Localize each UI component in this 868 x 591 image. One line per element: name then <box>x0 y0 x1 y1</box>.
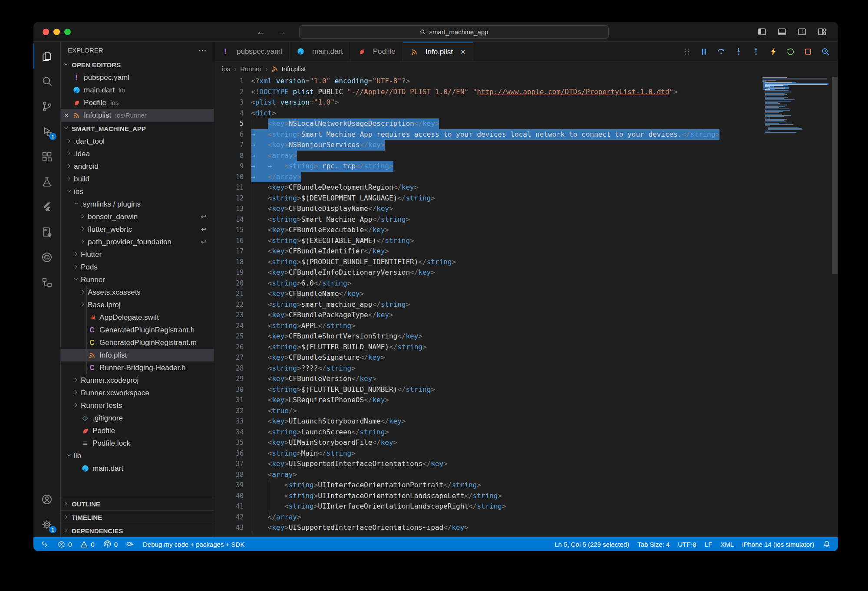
tree-item-runner-bridging-header-h[interactable]: CRunner-Bridging-Header.h <box>61 361 214 374</box>
tree-item-bonsoir-darwin[interactable]: bonsoir_darwin↩ <box>61 210 214 223</box>
tree-item-base-lproj[interactable]: Base.lproj <box>61 299 214 311</box>
tree-item-runnertests[interactable]: RunnerTests <box>61 399 214 412</box>
activity-references[interactable] <box>33 270 60 295</box>
project-section-header[interactable]: SMART_MACHINE_APP <box>61 121 214 135</box>
restart-icon[interactable] <box>786 47 795 56</box>
tree-item-lib[interactable]: lib <box>61 450 214 462</box>
line-number[interactable]: 33 <box>214 416 244 427</box>
line-number[interactable]: 23 <box>214 310 244 321</box>
open-editor-item-pubspec-yaml[interactable]: !pubspec.yaml <box>61 71 214 84</box>
line-number[interactable]: 8 <box>214 151 244 161</box>
line-number[interactable]: 1 <box>214 76 244 87</box>
editor[interactable]: 1<?xml version="1.0" encoding="UTF-8"?>2… <box>214 76 838 537</box>
line-number[interactable]: 30 <box>214 384 244 395</box>
status-eol[interactable]: LF <box>705 541 713 548</box>
line-number[interactable]: 11 <box>214 182 244 193</box>
tree-item-podfile-lock[interactable]: ≡Podfile.lock <box>61 437 214 450</box>
line-number[interactable]: 29 <box>214 374 244 384</box>
section-header-timeline[interactable]: TIMELINE <box>61 510 214 524</box>
line-number[interactable]: 42 <box>214 512 244 523</box>
line-number[interactable]: 43 <box>214 522 244 533</box>
section-header-dependencies[interactable]: DEPENDENCIES <box>61 524 214 537</box>
activity-settings[interactable]: 1 <box>33 512 60 537</box>
section-header-outline[interactable]: OUTLINE <box>61 497 214 510</box>
activity-extensions[interactable] <box>33 144 60 169</box>
line-number[interactable]: 38 <box>214 470 244 480</box>
activity-run-debug[interactable]: 1 <box>33 119 60 144</box>
activity-test-beaker[interactable] <box>33 169 60 194</box>
activity-search[interactable] <box>33 69 60 94</box>
tree-item-pods[interactable]: Pods <box>61 261 214 273</box>
activity-source-control[interactable] <box>33 94 60 119</box>
forward-arrow-icon[interactable]: → <box>278 26 287 37</box>
status-warnings[interactable]: 0 <box>80 540 94 548</box>
tree-item-runner[interactable]: Runner <box>61 273 214 286</box>
line-number[interactable]: 2 <box>214 87 244 98</box>
line-number[interactable]: 39 <box>214 480 244 491</box>
line-number[interactable]: 37 <box>214 459 244 470</box>
editor-scrollbar[interactable] <box>832 76 838 537</box>
line-number[interactable]: 32 <box>214 406 244 417</box>
tab-main-dart[interactable]: main.dart <box>290 42 350 61</box>
minimap[interactable] <box>762 77 828 133</box>
line-number[interactable]: 26 <box>214 342 244 353</box>
status-debug-launch-icon[interactable] <box>126 540 135 548</box>
tree-item-idea[interactable]: .idea <box>61 148 214 160</box>
step-over-icon[interactable] <box>716 47 726 56</box>
close-icon[interactable]: ✕ <box>61 112 72 119</box>
tab-pubspec-yaml[interactable]: !pubspec.yaml <box>214 42 290 61</box>
layout-sidebar-left-icon[interactable] <box>757 27 767 36</box>
status-indentation[interactable]: Tab Size: 4 <box>637 541 670 548</box>
tree-item-podfile[interactable]: Podfile <box>61 424 214 437</box>
tree-item-generatedpluginregistrant-h[interactable]: CGeneratedPluginRegistrant.h <box>61 324 214 336</box>
tab-podfile[interactable]: Podfile <box>350 42 403 61</box>
breadcrumb-item-ios[interactable]: ios <box>222 65 230 72</box>
minimize-window-button[interactable] <box>53 29 60 35</box>
line-number[interactable]: 34 <box>214 427 244 438</box>
activity-accounts[interactable] <box>33 487 60 512</box>
line-number[interactable]: 36 <box>214 448 244 459</box>
breadcrumb-item-runner[interactable]: Runner <box>240 65 261 72</box>
line-number[interactable]: 28 <box>214 363 244 374</box>
tree-item-runner-xcodeproj[interactable]: Runner.xcodeproj <box>61 374 214 387</box>
layout-panel-icon[interactable] <box>777 27 787 36</box>
line-number[interactable]: 17 <box>214 246 244 257</box>
line-number[interactable]: 18 <box>214 257 244 268</box>
line-number[interactable]: 10 <box>214 172 244 183</box>
line-number[interactable]: 9 <box>214 161 244 172</box>
tree-item-assets-xcassets[interactable]: Assets.xcassets <box>61 286 214 299</box>
line-number[interactable]: 22 <box>214 299 244 310</box>
breadcrumb-file[interactable]: Info.plist <box>271 65 306 72</box>
tree-item-info-plist[interactable]: Info.plist <box>61 349 214 361</box>
line-number[interactable]: 7 <box>214 140 244 151</box>
tree-item-gitignore[interactable]: .gitignore <box>61 412 214 424</box>
line-number[interactable]: 6 <box>214 129 244 140</box>
open-editor-item-podfile[interactable]: Podfileios <box>61 96 214 109</box>
tree-item-ios[interactable]: ios <box>61 185 214 198</box>
tree-item-appdelegate-swift[interactable]: AppDelegate.swift <box>61 311 214 324</box>
tree-item-symlinks-plugins[interactable]: .symlinks / plugins <box>61 198 214 210</box>
open-editors-header[interactable]: OPEN EDITORS <box>61 58 214 71</box>
line-number[interactable]: 41 <box>214 501 244 512</box>
line-number[interactable]: 21 <box>214 289 244 299</box>
tab-info-plist[interactable]: Info.plist✕ <box>403 42 473 61</box>
inspector-icon[interactable] <box>821 47 830 56</box>
pause-icon[interactable] <box>699 47 709 56</box>
step-out-icon[interactable] <box>751 47 761 56</box>
tree-item-runner-xcworkspace[interactable]: Runner.xcworkspace <box>61 387 214 399</box>
status-flutter-device[interactable]: iPhone 14 (ios simulator) <box>742 541 814 548</box>
scrollbar-thumb[interactable] <box>832 77 838 274</box>
activity-explorer[interactable] <box>33 43 60 69</box>
line-number[interactable]: 3 <box>214 97 244 108</box>
tree-item-flutter[interactable]: Flutter <box>61 248 214 261</box>
activity-flutter[interactable] <box>33 194 60 220</box>
tree-item-android[interactable]: android <box>61 160 214 173</box>
tree-item-build[interactable]: build <box>61 173 214 185</box>
open-editor-item-main-dart[interactable]: main.dartlib <box>61 84 214 96</box>
back-arrow-icon[interactable]: ← <box>257 26 266 37</box>
line-number[interactable]: 15 <box>214 225 244 236</box>
status-notifications[interactable] <box>822 540 831 548</box>
zoom-window-button[interactable] <box>64 29 71 35</box>
more-actions-icon[interactable]: ⋯ <box>198 45 207 55</box>
line-number[interactable]: 13 <box>214 204 244 214</box>
